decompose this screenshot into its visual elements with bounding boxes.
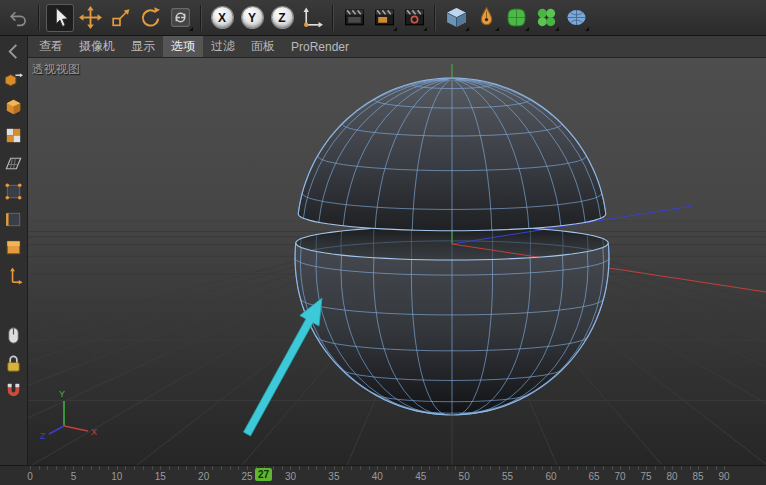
- ruler-tick: 40: [372, 471, 383, 482]
- viewport[interactable]: 透视视图 YXZ: [28, 58, 766, 465]
- timeline-ruler[interactable]: 27 051015202530354045505560657075808590: [0, 465, 766, 485]
- ruler-tick: 25: [242, 471, 253, 482]
- points-icon[interactable]: [2, 179, 26, 203]
- cloner-icon[interactable]: [532, 4, 560, 32]
- tweak-icon[interactable]: [2, 323, 26, 347]
- ruler-tick: 75: [640, 471, 651, 482]
- ruler-tick: 55: [502, 471, 513, 482]
- svg-text:Z: Z: [40, 431, 46, 441]
- back-icon[interactable]: [2, 39, 26, 63]
- subdivision-icon[interactable]: [502, 4, 530, 32]
- svg-text:X: X: [91, 427, 97, 437]
- menu-item-camera[interactable]: 摄像机: [71, 36, 123, 57]
- viewport-canvas[interactable]: YXZ: [28, 58, 766, 465]
- submenu-corner-icon: [189, 27, 193, 31]
- model-icon[interactable]: [2, 95, 26, 119]
- render-settings-icon[interactable]: [400, 4, 428, 32]
- simulate-icon[interactable]: [562, 4, 590, 32]
- pen-icon[interactable]: [472, 4, 500, 32]
- submenu-corner-icon: [423, 27, 427, 31]
- magnet-icon[interactable]: [2, 379, 26, 403]
- ruler-tick: 20: [198, 471, 209, 482]
- ruler-tick: 50: [459, 471, 470, 482]
- submenu-corner-icon: [495, 27, 499, 31]
- submenu-corner-icon: [555, 27, 559, 31]
- ruler-tick: 60: [545, 471, 556, 482]
- coord-system-icon[interactable]: [298, 4, 326, 32]
- ruler-tick: 65: [588, 471, 599, 482]
- select-tool[interactable]: [46, 4, 74, 32]
- menu-item-display[interactable]: 显示: [123, 36, 163, 57]
- convert-icon[interactable]: [2, 67, 26, 91]
- ruler-tick: 0: [27, 471, 33, 482]
- left-tool-palette: [0, 36, 28, 465]
- menu-item-prorender[interactable]: ProRender: [283, 36, 357, 57]
- submenu-corner-icon: [585, 27, 589, 31]
- menu-item-panel[interactable]: 面板: [243, 36, 283, 57]
- viewport-panel: 查看摄像机显示选项过滤面板ProRender 透视视图 YXZ: [28, 36, 766, 465]
- submenu-corner-icon: [393, 27, 397, 31]
- ruler-tick: 45: [415, 471, 426, 482]
- render-view-icon[interactable]: [340, 4, 368, 32]
- ruler-tick: 70: [614, 471, 625, 482]
- toolbar-separator: [38, 5, 40, 31]
- menu-item-filter[interactable]: 过滤: [203, 36, 243, 57]
- render-picture-icon[interactable]: [370, 4, 398, 32]
- ruler-tick: 80: [666, 471, 677, 482]
- current-frame-marker[interactable]: 27: [255, 468, 272, 481]
- ruler-tick: 5: [71, 471, 77, 482]
- texture-icon[interactable]: [2, 123, 26, 147]
- recent-tool[interactable]: [166, 4, 194, 32]
- workplane-icon[interactable]: [2, 151, 26, 175]
- toolbar: XYZ: [0, 0, 766, 36]
- ruler-tick: 10: [111, 471, 122, 482]
- rotate-tool[interactable]: [136, 4, 164, 32]
- ruler-tick: 85: [692, 471, 703, 482]
- viewport-menubar: 查看摄像机显示选项过滤面板ProRender: [28, 36, 766, 58]
- menu-item-view[interactable]: 查看: [31, 36, 71, 57]
- app-root: XYZ 查看摄像机显示选项过滤面板ProRender 透视视图 YXZ 27 0…: [0, 0, 766, 485]
- lock-icon[interactable]: [2, 351, 26, 375]
- main-area: 查看摄像机显示选项过滤面板ProRender 透视视图 YXZ: [0, 36, 766, 465]
- axis-x-lock[interactable]: X: [208, 4, 236, 32]
- axis-y-lock[interactable]: Y: [238, 4, 266, 32]
- toolbar-separator: [332, 5, 334, 31]
- scale-tool[interactable]: [106, 4, 134, 32]
- toolbar-separator: [434, 5, 436, 31]
- ruler-tick: 90: [718, 471, 729, 482]
- axis-icon[interactable]: [2, 263, 26, 287]
- submenu-corner-icon: [525, 27, 529, 31]
- viewport-title[interactable]: 透视视图: [32, 61, 80, 78]
- undo-icon[interactable]: [4, 4, 32, 32]
- primitive-cube-icon[interactable]: [442, 4, 470, 32]
- polygons-icon[interactable]: [2, 235, 26, 259]
- toolbar-separator: [200, 5, 202, 31]
- axis-z-lock[interactable]: Z: [268, 4, 296, 32]
- edges-icon[interactable]: [2, 207, 26, 231]
- svg-text:Y: Y: [59, 389, 65, 399]
- ruler-tick: 35: [328, 471, 339, 482]
- submenu-corner-icon: [465, 27, 469, 31]
- ruler-tick: 15: [155, 471, 166, 482]
- move-tool[interactable]: [76, 4, 104, 32]
- menu-item-options[interactable]: 选项: [163, 36, 203, 57]
- ruler-tick: 30: [285, 471, 296, 482]
